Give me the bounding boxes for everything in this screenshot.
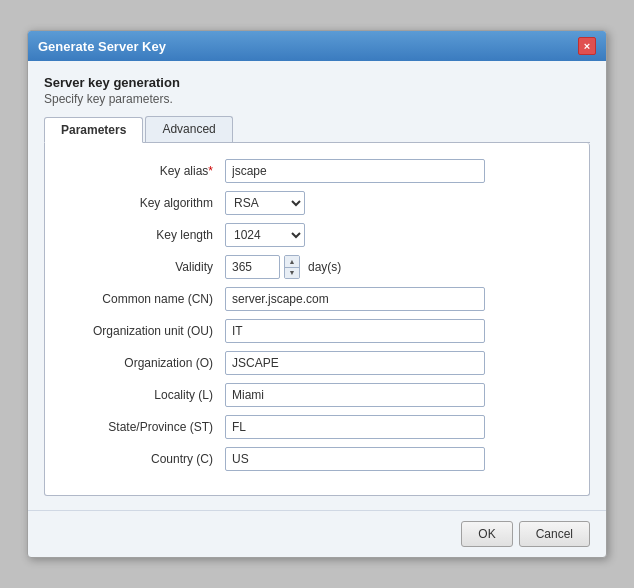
section-title: Server key generation [44,75,590,90]
org-unit-row: Organization unit (OU) [65,319,569,343]
section-subtitle: Specify key parameters. [44,92,590,106]
key-alias-row: Key alias* [65,159,569,183]
validity-controls: ▲ ▼ day(s) [225,255,341,279]
validity-decrement-button[interactable]: ▼ [285,268,299,279]
state-row: State/Province (ST) [65,415,569,439]
tab-advanced[interactable]: Advanced [145,116,232,142]
org-unit-input[interactable] [225,319,485,343]
tab-content-parameters: Key alias* Key algorithm RSA DSA Key len… [44,143,590,496]
validity-increment-button[interactable]: ▲ [285,256,299,268]
validity-input[interactable] [225,255,280,279]
org-row: Organization (O) [65,351,569,375]
key-alias-label: Key alias* [65,164,225,178]
validity-spinner: ▲ ▼ [284,255,300,279]
key-length-select[interactable]: 1024 2048 4096 [225,223,305,247]
cancel-button[interactable]: Cancel [519,521,590,547]
close-button[interactable]: × [578,37,596,55]
key-length-label: Key length [65,228,225,242]
state-input[interactable] [225,415,485,439]
org-input[interactable] [225,351,485,375]
tab-parameters[interactable]: Parameters [44,117,143,143]
state-label: State/Province (ST) [65,420,225,434]
key-length-row: Key length 1024 2048 4096 [65,223,569,247]
locality-label: Locality (L) [65,388,225,402]
country-label: Country (C) [65,452,225,466]
ok-button[interactable]: OK [461,521,512,547]
dialog-title: Generate Server Key [38,39,166,54]
common-name-row: Common name (CN) [65,287,569,311]
key-alias-input[interactable] [225,159,485,183]
key-algorithm-row: Key algorithm RSA DSA [65,191,569,215]
country-row: Country (C) [65,447,569,471]
dialog-titlebar: Generate Server Key × [28,31,606,61]
validity-label: Validity [65,260,225,274]
dialog-body: Server key generation Specify key parame… [28,61,606,510]
key-algorithm-select[interactable]: RSA DSA [225,191,305,215]
org-label: Organization (O) [65,356,225,370]
locality-input[interactable] [225,383,485,407]
required-marker: * [208,164,213,178]
common-name-label: Common name (CN) [65,292,225,306]
validity-unit: day(s) [308,260,341,274]
generate-server-key-dialog: Generate Server Key × Server key generat… [27,30,607,558]
common-name-input[interactable] [225,287,485,311]
locality-row: Locality (L) [65,383,569,407]
key-algorithm-label: Key algorithm [65,196,225,210]
org-unit-label: Organization unit (OU) [65,324,225,338]
close-icon: × [584,40,590,52]
tab-bar: Parameters Advanced [44,116,590,143]
country-input[interactable] [225,447,485,471]
dialog-footer: OK Cancel [28,510,606,557]
validity-row: Validity ▲ ▼ day(s) [65,255,569,279]
